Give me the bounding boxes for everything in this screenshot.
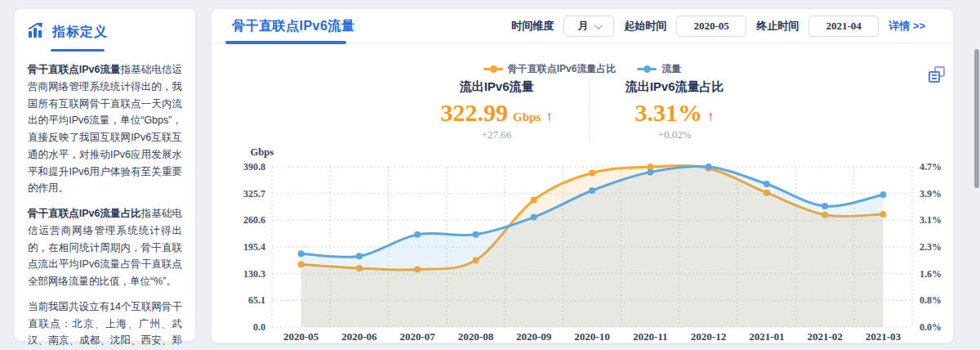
start-time-label: 起始时间	[624, 19, 666, 34]
stat-label: 流出IPv6流量占比	[626, 79, 724, 95]
definition-paragraph-traffic: 骨干直联点IPv6流量指基础电信运营商网络管理系统统计得出的，我国所有互联网骨干…	[28, 61, 182, 197]
definition-term: 骨干直联点IPv6流量	[28, 64, 121, 75]
definition-paragraph-ratio: 骨干直联点IPv6流量占比指基础电信运营商网络管理系统统计得出的，在相同统计周期…	[28, 205, 182, 290]
headline-stats: 流出IPv6流量 322.99 Gbps ↑ +27.66 流出IPv6流量占比…	[212, 79, 953, 141]
stats-divider	[589, 81, 590, 140]
svg-text:Gbps: Gbps	[251, 146, 274, 158]
svg-text:2021-01: 2021-01	[749, 330, 784, 343]
end-time-value: 2021-04	[826, 20, 862, 33]
ipv6-traffic-line-chart: 0.00.0%65.10.8%130.31.6%195.42.3%260.63.…	[212, 140, 955, 343]
time-dimension-value: 月	[578, 19, 589, 34]
svg-text:3.1%: 3.1%	[920, 214, 942, 226]
definition-text: 指基础电信运营商网络管理系统统计得出的，我国所有互联网骨干直联点一天内流出的平均…	[28, 64, 182, 194]
end-time-label: 终止时间	[756, 19, 799, 34]
svg-text:2.3%: 2.3%	[920, 241, 942, 253]
svg-text:2021-03: 2021-03	[866, 330, 902, 343]
definition-term: 骨干直联点IPv6流量占比	[28, 208, 141, 219]
legend-item-traffic[interactable]: 流量	[637, 62, 681, 76]
stat-label: 流出IPv6流量	[440, 79, 552, 95]
blue-legend-marker-icon	[637, 68, 657, 70]
title-underline	[51, 49, 105, 52]
svg-text:1.6%: 1.6%	[920, 268, 942, 280]
detail-link[interactable]: 详情 >>	[889, 19, 925, 34]
svg-text:0.0%: 0.0%	[920, 321, 942, 333]
indicator-definition-panel: 指标定义 骨干直联点IPv6流量指基础电信运营商网络管理系统统计得出的，我国所有…	[14, 8, 196, 342]
definition-text: 指基础电信运营商网络管理系统统计得出的，在相同统计周期内，骨干直联点流出平均IP…	[28, 208, 182, 287]
panel-header: 骨干直联点IPv6流量 时间维度 月 起始时间 2020-05 终止时间 202…	[212, 9, 953, 44]
stat-out-ratio: 流出IPv6流量占比 3.31% ↑ +0.02%	[596, 79, 754, 141]
indicator-definition-header: 指标定义	[28, 22, 182, 42]
stat-unit: Gbps	[513, 110, 541, 124]
svg-text:2021-02: 2021-02	[807, 330, 842, 343]
svg-text:390.8: 390.8	[243, 161, 265, 173]
svg-text:3.9%: 3.9%	[920, 188, 942, 200]
stat-value: 322.99	[440, 99, 508, 127]
legend-item-ratio[interactable]: 骨干直联点IPv6流量占比	[483, 62, 617, 76]
svg-text:260.6: 260.6	[243, 214, 265, 226]
active-tab-underline	[225, 41, 346, 44]
data-view-icon[interactable]	[929, 66, 945, 83]
page-scrollbar[interactable]	[974, 49, 979, 188]
panel-title: 骨干直联点IPv6流量	[232, 18, 354, 35]
stat-value: 3.31%	[635, 99, 703, 127]
legend-label: 骨干直联点IPv6流量占比	[508, 62, 617, 76]
stat-out-traffic: 流出IPv6流量 322.99 Gbps ↑ +27.66	[411, 79, 581, 141]
svg-text:2020-07: 2020-07	[400, 330, 436, 343]
chevron-down-icon	[595, 21, 603, 29]
svg-text:2020-05: 2020-05	[283, 330, 319, 343]
svg-text:0.8%: 0.8%	[920, 294, 942, 306]
start-time-input[interactable]: 2020-05	[676, 16, 746, 37]
svg-text:4.7%: 4.7%	[920, 161, 942, 173]
definition-paragraph-nodes: 当前我国共设立有14个互联网骨干直联点：北京、上海、广州、武汉、南京、成都、沈阳…	[28, 298, 182, 350]
orange-legend-marker-icon	[483, 68, 503, 70]
definition-text: 当前我国共设立有14个互联网骨干直联点：北京、上海、广州、武汉、南京、成都、沈阳…	[28, 301, 182, 350]
bar-chart-icon	[28, 22, 46, 42]
svg-text:2020-11: 2020-11	[633, 330, 668, 343]
time-dimension-select[interactable]: 月	[564, 16, 614, 37]
up-arrow-icon: ↑	[546, 109, 553, 125]
svg-text:325.7: 325.7	[243, 188, 265, 200]
time-controls: 时间维度 月 起始时间 2020-05 终止时间 2021-04 详情 >>	[511, 16, 925, 37]
svg-text:130.3: 130.3	[243, 268, 265, 280]
chart-legend: 骨干直联点IPv6流量占比 流量	[212, 62, 953, 76]
svg-text:2020-12: 2020-12	[691, 330, 726, 343]
time-dimension-label: 时间维度	[511, 19, 554, 34]
svg-text:0.0: 0.0	[253, 321, 265, 333]
ipv6-traffic-panel: 骨干直联点IPv6流量 时间维度 月 起始时间 2020-05 终止时间 202…	[211, 8, 954, 343]
indicator-definition-title: 指标定义	[52, 24, 108, 41]
up-arrow-icon: ↑	[707, 109, 715, 125]
svg-text:2020-09: 2020-09	[516, 330, 552, 343]
start-time-value: 2020-05	[694, 20, 729, 33]
svg-text:2020-10: 2020-10	[574, 330, 609, 343]
svg-text:195.4: 195.4	[243, 241, 265, 253]
end-time-input[interactable]: 2021-04	[808, 16, 879, 37]
svg-text:2020-08: 2020-08	[458, 330, 494, 343]
svg-text:2020-06: 2020-06	[341, 330, 377, 343]
legend-label: 流量	[662, 62, 681, 76]
svg-text:65.1: 65.1	[248, 294, 265, 306]
